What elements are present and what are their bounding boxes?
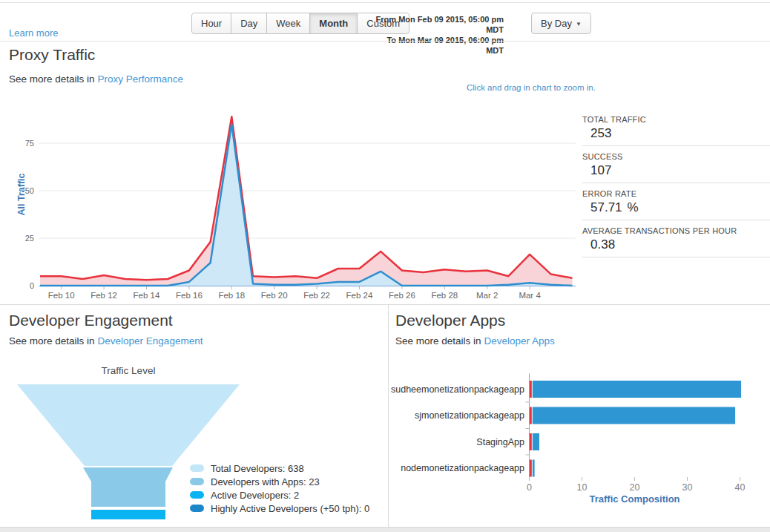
svg-text:Feb 16: Feb 16 bbox=[176, 291, 203, 300]
funnel-legend-item: Total Developers: 638 bbox=[190, 462, 369, 475]
success-area bbox=[40, 124, 573, 286]
total-traffic-line bbox=[40, 116, 573, 280]
svg-text:Feb 10: Feb 10 bbox=[48, 291, 75, 300]
bar-success-segment bbox=[533, 460, 535, 477]
range-button-day[interactable]: Day bbox=[231, 13, 267, 34]
funnel-legend: Total Developers: 638Developers with App… bbox=[190, 462, 369, 515]
svg-text:Mar 4: Mar 4 bbox=[519, 291, 541, 300]
funnel-stage-total-developers bbox=[17, 384, 240, 466]
chevron-down-icon: ▼ bbox=[576, 21, 582, 27]
svg-text:Mar 2: Mar 2 bbox=[476, 291, 498, 300]
stat-value: 107 bbox=[590, 163, 611, 177]
svg-text:75: 75 bbox=[25, 139, 34, 148]
subtitle-text: See more details in bbox=[395, 335, 481, 347]
developer-engagement-title: Developer Engagement bbox=[9, 312, 173, 329]
x-axis-title: Traffic Composition bbox=[589, 493, 679, 505]
date-to: To Mon Mar 09 2015, 06:00 pm MDT bbox=[370, 35, 504, 56]
stat-value: 253 bbox=[590, 126, 611, 140]
svg-text:Feb 28: Feb 28 bbox=[431, 291, 458, 300]
svg-text:0: 0 bbox=[527, 482, 532, 493]
total-traffic-area bbox=[40, 116, 573, 286]
y-axis: 0255075All Traffic bbox=[16, 139, 34, 290]
developer-apps-subtitle: See more details inDeveloper Apps bbox=[395, 335, 555, 347]
stat-unit: % bbox=[628, 200, 639, 214]
y-grid bbox=[39, 143, 576, 286]
bar-category-label: sudheemonetizationpackageapp bbox=[391, 384, 524, 395]
proxy-performance-link[interactable]: Proxy Performance bbox=[98, 73, 184, 85]
subtitle-text: See more details in bbox=[9, 335, 95, 347]
svg-text:Feb 24: Feb 24 bbox=[346, 291, 373, 300]
legend-swatch bbox=[190, 505, 204, 512]
x-axis: Feb 10Feb 12Feb 14Feb 16Feb 18Feb 20Feb … bbox=[48, 286, 542, 300]
legend-swatch bbox=[190, 478, 204, 485]
date-from: From Mon Feb 09 2015, 05:00 pm MDT bbox=[370, 14, 504, 35]
legend-swatch bbox=[190, 491, 204, 499]
proxy-traffic-subtitle: See more details inProxy Performance bbox=[9, 73, 183, 85]
learn-more-link[interactable]: Learn more bbox=[9, 27, 58, 39]
stat-label: AVERAGE TRANSACTIONS PER HOUR bbox=[582, 226, 770, 236]
proxy-traffic-title: Proxy Traffic bbox=[9, 46, 95, 64]
bar-error-segment bbox=[530, 381, 532, 398]
funnel-legend-item: Active Developers: 2 bbox=[190, 488, 369, 502]
legend-label: Active Developers: 2 bbox=[211, 490, 299, 501]
range-button-month[interactable]: Month bbox=[309, 13, 358, 34]
stat-value: 0.38 bbox=[590, 237, 615, 252]
y-axis-title: All Traffic bbox=[16, 173, 27, 215]
range-button-hour[interactable]: Hour bbox=[191, 13, 231, 34]
proxy-stats-panel: TOTAL TRAFFIC 253 SUCCESS 107 ERROR RATE… bbox=[582, 113, 770, 261]
legend-label: Total Developers: 638 bbox=[211, 463, 304, 474]
stat-error-rate: ERROR RATE 57.71% bbox=[582, 187, 770, 220]
bar-success-segment bbox=[533, 407, 735, 424]
date-range: From Mon Feb 09 2015, 05:00 pm MDT To Mo… bbox=[370, 14, 504, 56]
svg-text:10: 10 bbox=[577, 482, 588, 493]
success-line bbox=[40, 124, 573, 286]
subtitle-text: See more details in bbox=[9, 73, 95, 85]
bar-category-label: sjmonetizationpackageapp bbox=[415, 410, 524, 421]
stat-label: TOTAL TRAFFIC bbox=[582, 114, 770, 125]
funnel-title: Traffic Level bbox=[102, 365, 156, 376]
stat-avg-tph: AVERAGE TRANSACTIONS PER HOUR 0.38 bbox=[582, 224, 770, 257]
series bbox=[40, 116, 573, 286]
stat-label: SUCCESS bbox=[582, 151, 770, 162]
bar-error-segment bbox=[530, 460, 532, 477]
svg-text:20: 20 bbox=[630, 482, 640, 493]
stat-total-traffic: TOTAL TRAFFIC 253 bbox=[582, 113, 770, 146]
top-divider bbox=[0, 2, 770, 3]
svg-text:25: 25 bbox=[25, 234, 34, 243]
developer-apps-link[interactable]: Developer Apps bbox=[484, 335, 555, 347]
analytics-dashboard: Learn more Hour Day Week Month Custom Fr… bbox=[0, 0, 770, 532]
svg-text:Feb 26: Feb 26 bbox=[389, 291, 415, 300]
funnel-stage-developers-with-apps bbox=[83, 467, 173, 507]
interval-label: By Day bbox=[541, 18, 572, 29]
svg-text:Feb 12: Feb 12 bbox=[91, 291, 117, 300]
legend-swatch bbox=[190, 464, 204, 472]
funnel-stage-active-developers bbox=[91, 510, 165, 519]
stat-success: SUCCESS 107 bbox=[582, 150, 770, 183]
svg-text:30: 30 bbox=[682, 482, 693, 493]
stat-label: ERROR RATE bbox=[582, 188, 770, 199]
bar-success-segment bbox=[533, 381, 741, 398]
svg-text:40: 40 bbox=[735, 482, 746, 493]
svg-text:Feb 14: Feb 14 bbox=[134, 291, 160, 300]
bar-error-segment bbox=[530, 433, 532, 450]
developer-apps-chart: sudheemonetizationpackageappsjmonetizati… bbox=[386, 367, 770, 516]
legend-label: Highly Active Developers (+50 tph): 0 bbox=[211, 503, 369, 514]
stat-value: 57.71 bbox=[590, 200, 622, 214]
interval-dropdown-button[interactable]: By Day▼ bbox=[531, 13, 591, 34]
developer-engagement-link[interactable]: Developer Engagement bbox=[98, 335, 203, 347]
proxy-traffic-chart[interactable]: 0255075All TrafficFeb 10Feb 12Feb 14Feb … bbox=[0, 104, 579, 303]
svg-text:Feb 20: Feb 20 bbox=[261, 291, 288, 300]
developer-engagement-subtitle: See more details inDeveloper Engagement bbox=[9, 335, 203, 347]
funnel-legend-item: Developers with Apps: 23 bbox=[190, 475, 369, 488]
bottom-strip bbox=[0, 527, 770, 532]
bar-category-label: StagingApp bbox=[476, 437, 524, 447]
svg-text:0: 0 bbox=[30, 281, 34, 290]
svg-text:Feb 18: Feb 18 bbox=[218, 291, 245, 300]
section-divider bbox=[0, 304, 770, 305]
header-divider bbox=[0, 41, 770, 42]
developer-apps-title: Developer Apps bbox=[395, 312, 505, 329]
zoom-hint: Click and drag in chart to zoom in. bbox=[467, 83, 596, 92]
range-button-week[interactable]: Week bbox=[266, 13, 310, 34]
bar-category-label: nodemonetizationpackageapp bbox=[401, 463, 524, 473]
funnel-legend-item: Highly Active Developers (+50 tph): 0 bbox=[190, 502, 369, 515]
